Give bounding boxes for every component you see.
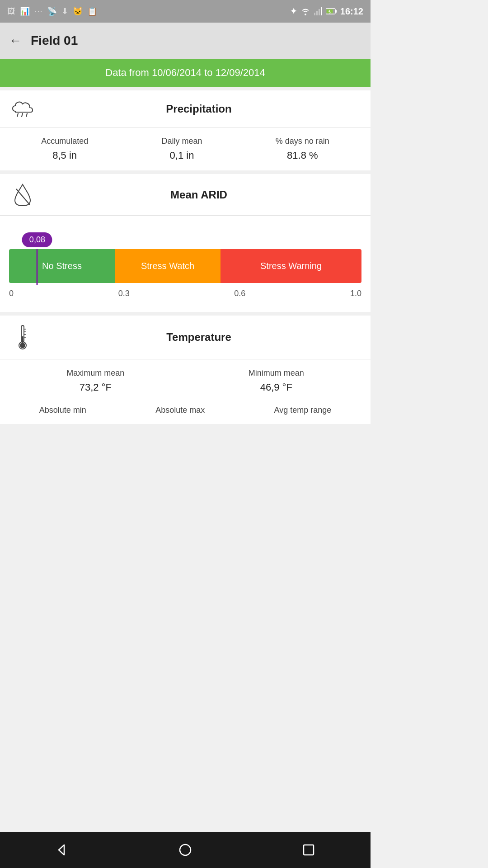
svg-rect-5 (335, 10, 337, 13)
abs-max-cell: Absolute max (155, 406, 205, 415)
date-banner: Data from 10/06/2014 to 12/09/2014 (0, 59, 371, 87)
temperature-mean-row: Maximum mean 73,2 °F Minimum mean 46,9 °… (0, 359, 371, 398)
abs-max-label: Absolute max (155, 406, 205, 415)
svg-rect-16 (22, 336, 23, 344)
top-bar: ← Field 01 (0, 23, 371, 59)
max-mean-value: 73,2 °F (80, 382, 112, 393)
svg-line-13 (16, 189, 30, 205)
precipitation-title: Precipitation (36, 103, 361, 115)
min-mean-value: 46,9 °F (260, 382, 292, 393)
svg-rect-1 (316, 11, 318, 15)
daily-mean-value: 0,1 in (170, 150, 194, 161)
svg-point-17 (20, 343, 25, 348)
svg-point-23 (180, 844, 191, 855)
svg-rect-24 (304, 845, 314, 855)
thermometer-icon (9, 324, 36, 351)
status-bar-system: ✦ 16:12 (290, 6, 363, 17)
daily-mean-cell: Daily mean 0,1 in (161, 137, 202, 161)
status-bar-icons: 🖼 📊 ⋯ 📡 ⬇ 🐱 📋 (7, 6, 97, 16)
svg-line-10 (17, 113, 18, 117)
arid-header: Mean ARID (0, 174, 371, 216)
page-title: Field 01 (31, 33, 78, 48)
daily-mean-label: Daily mean (161, 137, 202, 146)
days-no-rain-label: % days no rain (276, 137, 329, 146)
wifi-icon (300, 7, 310, 15)
max-mean-cell: Maximum mean 73,2 °F (66, 368, 124, 393)
precipitation-icon (9, 99, 36, 119)
nav-back-button[interactable] (51, 839, 73, 861)
arid-bubble: 0,08 (22, 232, 52, 247)
scale-06: 0.6 (234, 289, 245, 298)
status-bar: 🖼 📊 ⋯ 📡 ⬇ 🐱 📋 ✦ 16:12 (0, 0, 371, 23)
scale-0: 0 (9, 289, 14, 298)
dots-icon: ⋯ (34, 6, 42, 16)
arid-scale: 0 0.3 0.6 1.0 (9, 285, 361, 298)
avg-range-cell: Avg temp range (274, 406, 332, 415)
precipitation-section: Precipitation Accumulated 8,5 in Daily m… (0, 90, 371, 170)
arid-title: Mean ARID (36, 189, 361, 201)
precipitation-data-row: Accumulated 8,5 in Daily mean 0,1 in % d… (0, 127, 371, 170)
abs-min-cell: Absolute min (39, 406, 86, 415)
nav-recents-button[interactable] (297, 839, 320, 861)
temperature-header: Temperature (0, 316, 371, 359)
arid-bar: No Stress Stress Watch Stress Warning (9, 249, 361, 283)
min-mean-label: Minimum mean (249, 368, 304, 378)
temperature-title: Temperature (36, 331, 361, 344)
scale-10: 1.0 (350, 289, 361, 298)
accumulated-value: 8,5 in (52, 150, 77, 161)
svg-line-12 (26, 113, 27, 117)
svg-rect-6 (326, 9, 333, 14)
arid-marker (37, 249, 38, 285)
nav-home-button[interactable] (174, 839, 197, 861)
back-button[interactable]: ← (9, 33, 22, 48)
arid-chart: 0,08 No Stress Stress Watch Stress Warni… (0, 216, 371, 312)
svg-rect-2 (319, 9, 320, 15)
arid-line-wrapper: No Stress Stress Watch Stress Warning (9, 249, 361, 285)
svg-marker-22 (59, 845, 64, 855)
arid-icon (9, 182, 36, 207)
clock: 16:12 (340, 6, 363, 17)
accumulated-cell: Accumulated 8,5 in (41, 137, 88, 161)
avg-range-label: Avg temp range (274, 406, 332, 415)
bottom-nav (0, 832, 371, 868)
wifi-router-icon: 📡 (47, 6, 57, 16)
photo-icon: 🖼 (7, 7, 15, 16)
svg-line-9 (330, 12, 330, 14)
days-no-rain-cell: % days no rain 81.8 % (276, 137, 329, 161)
signal-icon (314, 7, 322, 15)
scale-03: 0.3 (118, 289, 130, 298)
bluetooth-icon: ✦ (290, 6, 297, 16)
precipitation-header: Precipitation (0, 90, 371, 127)
svg-rect-0 (314, 13, 315, 15)
svg-rect-3 (321, 7, 322, 15)
stress-warning-bar: Stress Warning (221, 249, 361, 283)
max-mean-label: Maximum mean (66, 368, 124, 378)
stress-watch-bar: Stress Watch (115, 249, 221, 283)
accumulated-label: Accumulated (41, 137, 88, 146)
temperature-section: Temperature Maximum mean 73,2 °F Minimum… (0, 316, 371, 424)
chart-icon: 📊 (20, 6, 30, 16)
arid-indicator: 0,08 (9, 225, 361, 247)
mean-arid-section: Mean ARID 0,08 No Stress Stress Watch St… (0, 174, 371, 312)
cat-icon: 🐱 (73, 6, 83, 16)
download-icon: ⬇ (61, 6, 68, 16)
clipboard-icon: 📋 (87, 6, 97, 16)
battery-icon (326, 8, 337, 14)
temperature-abs-row: Absolute min Absolute max Avg temp range (0, 398, 371, 424)
min-mean-cell: Minimum mean 46,9 °F (249, 368, 304, 393)
no-stress-bar: No Stress (9, 249, 115, 283)
svg-line-11 (22, 113, 23, 117)
days-no-rain-value: 81.8 % (287, 150, 318, 161)
abs-min-label: Absolute min (39, 406, 86, 415)
